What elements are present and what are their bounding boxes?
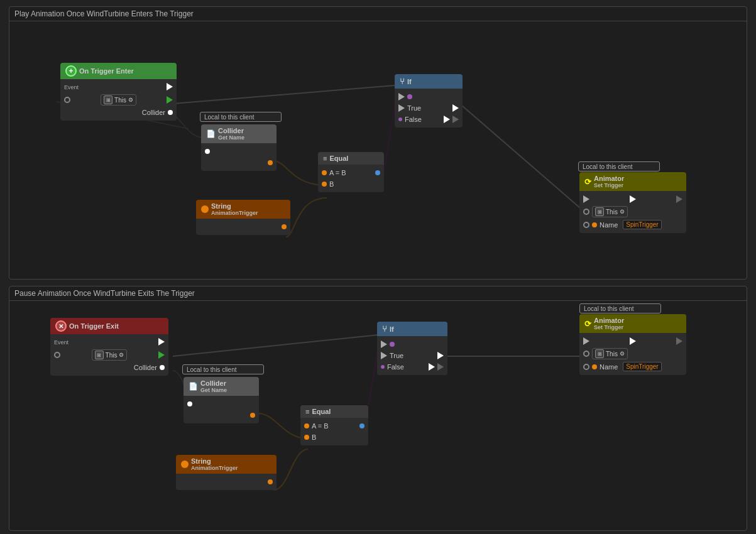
collider-get-name-header-bottom: 📄 Collider Get Name [184, 377, 259, 396]
if-node-top[interactable]: ⑂ If True False [395, 74, 463, 128]
string-subtitle-bottom: AnimationTrigger [191, 465, 238, 471]
exec-in-pin [398, 93, 405, 101]
exit-this-container[interactable]: ⊞ This ⚙ [92, 349, 128, 361]
equal-a-row-bottom: A = B [300, 420, 368, 432]
name-output-pin [268, 160, 273, 165]
collider-get-name-node-bottom[interactable]: 📄 Collider Get Name [184, 377, 259, 423]
get-name-subtitle: Get Name [218, 134, 244, 141]
string-node-bottom[interactable]: String AnimationTrigger [176, 455, 277, 490]
string-pin [201, 205, 209, 213]
get-name-subtitle-bottom: Get Name [200, 387, 227, 393]
string-header: String AnimationTrigger [196, 200, 290, 219]
on-trigger-exit-body: Event ⊞ This ⚙ Collider [50, 334, 168, 376]
local-comment-bottom-text: Local to this client [187, 366, 237, 373]
exec-out-pin [167, 83, 173, 92]
spin-trigger-value-bottom: SpinTrigger [623, 362, 661, 371]
collider-get-name-body [201, 143, 277, 171]
true-in [398, 104, 405, 112]
this-container-top[interactable]: ⊞ This ⚙ [101, 94, 136, 106]
collider-output-row-bottom [184, 410, 259, 421]
anim-this-node-bottom[interactable]: ⊞ This ⚙ [592, 348, 628, 359]
event-label: Event [64, 84, 79, 90]
collider-input-pin [205, 149, 210, 154]
condition-pin-bottom [390, 342, 395, 347]
a-label-bottom: A = B [312, 422, 329, 430]
exit-exec-out [158, 338, 165, 347]
collider-label: Collider [142, 109, 165, 116]
anim-this-circle [583, 209, 589, 215]
false-row: False [395, 114, 463, 125]
string-title-bottom: String [191, 457, 238, 465]
collider-input-row-bottom [184, 398, 259, 410]
collider-get-name-body-bottom [184, 396, 259, 423]
animator-icon-bottom: ⟳ [584, 319, 591, 329]
local-comment-bottom-collider: Local to this client [182, 364, 264, 374]
string-node-top[interactable]: String AnimationTrigger [196, 200, 290, 235]
equal-b-row-bottom: B [300, 432, 368, 443]
anim-exec-in-bottom [583, 337, 589, 345]
exit-exec-right [158, 351, 165, 359]
animator-exec-row-bottom [579, 335, 686, 347]
this-icon: ⊞ [104, 95, 112, 104]
animator-exec-row [579, 193, 686, 205]
equal-icon-bottom: ≡ [305, 408, 309, 415]
anim-this-icon: ⊞ [595, 207, 604, 216]
equal-node-top[interactable]: ≡ Equal A = B B [318, 152, 384, 192]
collider-row-top: Collider [60, 107, 177, 118]
this-row-top: ⊞ This ⚙ [60, 93, 177, 107]
b-pin [322, 182, 327, 187]
local-comment-animator-text: Local to this client [583, 163, 633, 170]
anim-exec-end [676, 195, 682, 203]
animator-subtitle-bottom: Set Trigger [594, 324, 624, 330]
equal-body-bottom: A = B B [300, 418, 368, 445]
if-header: ⑂ If [395, 74, 463, 89]
exit-collider-pin [160, 365, 165, 370]
doc-icon: 📄 [206, 129, 216, 138]
blueprint-canvas: Play Animation Once WindTurbine Enters T… [0, 0, 756, 534]
animator-title-bottom: Animator [594, 317, 624, 324]
on-trigger-exit-node[interactable]: ✕ On Trigger Exit Event ⊞ This ⚙ Colli [50, 318, 168, 376]
x-icon: ✕ [55, 320, 67, 332]
exit-circle-out [54, 352, 60, 358]
on-trigger-enter-title: On Trigger Enter [79, 67, 134, 75]
false-out-bottom [429, 363, 435, 371]
anim-this-label: This [606, 209, 618, 215]
local-comment-animator-bottom: Local to this client [584, 305, 634, 312]
equal-node-bottom[interactable]: ≡ Equal A = B B [300, 405, 368, 445]
exec-right [167, 96, 173, 104]
string-output-row [196, 221, 290, 232]
anim-this-node[interactable]: ⊞ This ⚙ [592, 206, 628, 217]
animator-set-trigger-node-top[interactable]: ⟳ Animator Set Trigger ⊞ This ⚙ [579, 172, 686, 233]
animator-body-bottom: ⊞ This ⚙ Name SpinTrigger [579, 333, 686, 375]
animator-set-trigger-node-bottom[interactable]: ⟳ Animator Set Trigger ⊞ This ⚙ [579, 314, 686, 375]
exec-in-pin-bottom [381, 341, 387, 348]
animator-header-bottom: ⟳ Animator Set Trigger [579, 314, 686, 333]
collider-get-name-node-top[interactable]: 📄 Collider Get Name [201, 124, 277, 171]
animator-icon-top: ⟳ [584, 177, 591, 187]
on-trigger-exit-header: ✕ On Trigger Exit [50, 318, 168, 334]
false-exec-bottom [437, 363, 444, 371]
false-dot-bottom [381, 365, 385, 369]
equal-header-bottom: ≡ Equal [300, 405, 368, 418]
local-comment-top-collider: Local to this client [200, 112, 282, 122]
anim-exec-in [583, 195, 589, 203]
event-row: Event [60, 82, 177, 93]
exit-this-row: ⊞ This ⚙ [50, 348, 168, 362]
this-label: This [114, 97, 126, 104]
collider-output-row [201, 157, 277, 168]
false-dot [398, 117, 402, 121]
anim-name-label-bottom: Name [600, 363, 618, 371]
on-trigger-enter-header: + On Trigger Enter [60, 63, 177, 79]
if-node-bottom[interactable]: ⑂ If True False [377, 322, 447, 375]
collider-input-row [201, 146, 277, 157]
exit-collider-label: Collider [134, 364, 157, 371]
bottom-panel-title: Pause Animation Once WindTurbine Exits T… [9, 286, 747, 301]
gear-icon: ⚙ [128, 97, 133, 103]
false-label: False [405, 116, 422, 123]
equal-body: A = B B [318, 165, 384, 192]
string-pin-bottom [181, 460, 189, 468]
anim-this-icon-bottom: ⊞ [595, 349, 604, 358]
on-trigger-enter-node[interactable]: + On Trigger Enter Event ⊞ This ⚙ Coll [60, 63, 177, 121]
local-comment-text: Local to this client [204, 114, 255, 121]
anim-name-pin [592, 222, 597, 227]
